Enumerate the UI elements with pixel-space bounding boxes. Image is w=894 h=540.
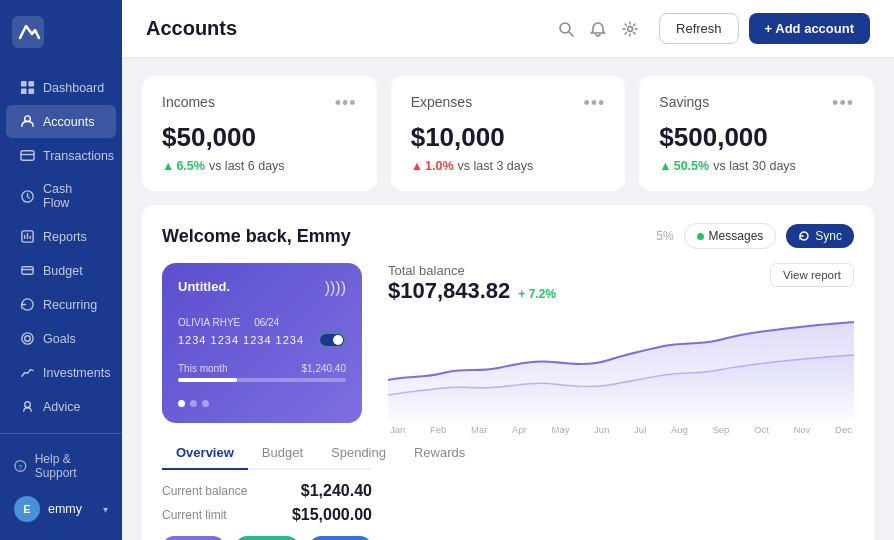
current-balance-value: $1,240.40 <box>301 482 372 500</box>
sidebar-item-goals[interactable]: Goals <box>6 322 116 355</box>
svg-point-5 <box>25 116 31 122</box>
month-nov: Nov <box>793 424 810 435</box>
messages-dot-icon <box>697 233 704 240</box>
panel-header: Welcome back, Emmy 5% Messages Sync <box>162 223 854 249</box>
panel-header-right: 5% Messages Sync <box>656 223 854 249</box>
expenses-change-pct: 1.0% <box>425 159 454 173</box>
sidebar-item-budget[interactable]: Budget <box>6 254 116 287</box>
sidebar-item-dashboard[interactable]: Dashboard <box>6 71 116 104</box>
month-feb: Feb <box>430 424 446 435</box>
sidebar-item-investments[interactable]: Investments <box>6 356 116 389</box>
user-profile-item[interactable]: E emmy ▾ <box>6 488 116 530</box>
card-dot-2[interactable] <box>190 400 197 407</box>
expenses-change: ▲ 1.0% vs last 3 days <box>411 159 606 173</box>
incomes-menu-icon[interactable]: ••• <box>335 94 357 112</box>
card-dot-1[interactable] <box>178 400 185 407</box>
card-pagination <box>178 400 346 407</box>
svg-point-15 <box>22 333 33 344</box>
mini-card-1[interactable]: 🏠 <box>162 536 225 540</box>
credit-card: Untitled. )))) OLIVIA RHYE 06/24 1234 12… <box>162 263 362 423</box>
settings-icon[interactable] <box>621 20 639 38</box>
sync-label: Sync <box>815 229 842 243</box>
sidebar-item-cashflow[interactable]: Cash Flow <box>6 173 116 219</box>
mini-card-2[interactable]: ✦ <box>235 536 298 540</box>
savings-menu-icon[interactable]: ••• <box>832 94 854 112</box>
dashboard-panel: Welcome back, Emmy 5% Messages Sync <box>142 205 874 540</box>
month-sep: Sep <box>712 424 729 435</box>
svg-rect-4 <box>28 88 34 94</box>
sync-icon <box>798 230 810 242</box>
tab-budget[interactable]: Budget <box>248 437 317 470</box>
sidebar-nav: Dashboard Accounts Transactions Cash Flo… <box>0 64 122 433</box>
sidebar-item-recurring[interactable]: Recurring <box>6 288 116 321</box>
help-support-item[interactable]: ? Help & Support <box>6 444 116 488</box>
stats-row: Incomes ••• $50,000 ▲ 6.5% vs last 6 day… <box>142 76 874 191</box>
svg-text:?: ? <box>18 463 22 472</box>
svg-point-16 <box>25 336 31 342</box>
view-report-button[interactable]: View report <box>770 263 854 287</box>
sidebar-item-advice[interactable]: Advice <box>6 390 116 423</box>
savings-change: ▲ 50.5% vs last 30 days <box>659 159 854 173</box>
search-icon[interactable] <box>557 20 575 38</box>
current-balance-label: Current balance <box>162 484 247 498</box>
card-dot-3[interactable] <box>202 400 209 407</box>
card-progress-bar <box>178 378 346 382</box>
card-progress-fill <box>178 378 237 382</box>
svg-rect-1 <box>21 81 27 87</box>
total-balance-label: Total balance <box>388 263 556 278</box>
logo <box>0 0 122 64</box>
welcome-text: Welcome back, Emmy <box>162 226 351 247</box>
page-title: Accounts <box>146 17 237 40</box>
month-may: May <box>552 424 570 435</box>
content-area: Incomes ••• $50,000 ▲ 6.5% vs last 6 day… <box>122 58 894 540</box>
card-name: Untitled. <box>178 279 230 294</box>
card-holder: OLIVIA RHYE 06/24 <box>178 317 346 328</box>
svg-rect-0 <box>12 16 44 48</box>
month-aug: Aug <box>671 424 688 435</box>
savings-card: Savings ••• $500,000 ▲ 50.5% vs last 30 … <box>639 76 874 191</box>
savings-value: $500,000 <box>659 122 854 153</box>
mini-card-3[interactable]: 🔖 <box>309 536 372 540</box>
add-account-button[interactable]: + Add account <box>749 13 870 44</box>
incomes-title: Incomes <box>162 94 215 110</box>
chart-months: Jan Feb Mar Apr May Jun Jul Aug Sep Oct … <box>388 424 854 435</box>
svg-rect-6 <box>21 151 34 160</box>
sidebar-item-reports[interactable]: Reports <box>6 220 116 253</box>
month-dec: Dec <box>835 424 852 435</box>
current-limit-label: Current limit <box>162 508 227 522</box>
sidebar-bottom: ? Help & Support E emmy ▾ <box>0 433 122 540</box>
expenses-period: vs last 3 days <box>458 159 534 173</box>
refresh-button[interactable]: Refresh <box>659 13 739 44</box>
tab-overview[interactable]: Overview <box>162 437 248 470</box>
account-tabs: Overview Budget Spending Rewards <box>162 437 372 470</box>
balance-change: + 7.2% <box>518 287 556 301</box>
svg-rect-2 <box>28 81 34 87</box>
card-month-info: This month $1,240.40 <box>178 363 346 374</box>
balance-chart <box>388 310 854 420</box>
sidebar-item-label: Goals <box>43 332 76 346</box>
expenses-title: Expenses <box>411 94 472 110</box>
mini-cards-row: 🏠 ✦ 🔖 <box>162 536 372 540</box>
savings-title: Savings <box>659 94 709 110</box>
sync-button[interactable]: Sync <box>786 224 854 248</box>
svg-point-17 <box>25 402 31 408</box>
card-toggle[interactable] <box>318 332 346 348</box>
sidebar-item-transactions[interactable]: Transactions <box>6 139 116 172</box>
header-right: Refresh + Add account <box>557 13 870 44</box>
main-content: Accounts Refresh + Add account Incomes •… <box>122 0 894 540</box>
svg-rect-13 <box>22 267 33 275</box>
notification-icon[interactable] <box>589 20 607 38</box>
savings-arrow-icon: ▲ <box>659 159 671 173</box>
month-jan: Jan <box>390 424 405 435</box>
sidebar-item-label: Accounts <box>43 115 94 129</box>
messages-button[interactable]: Messages <box>684 223 777 249</box>
sidebar-item-label: Recurring <box>43 298 97 312</box>
card-wifi-icon: )))) <box>325 279 346 297</box>
sidebar-item-label: Transactions <box>43 149 114 163</box>
expenses-arrow-icon: ▲ <box>411 159 423 173</box>
expenses-value: $10,000 <box>411 122 606 153</box>
incomes-card: Incomes ••• $50,000 ▲ 6.5% vs last 6 day… <box>142 76 377 191</box>
balance-info: Current balance $1,240.40 Current limit … <box>162 482 372 524</box>
sidebar-item-accounts[interactable]: Accounts <box>6 105 116 138</box>
expenses-menu-icon[interactable]: ••• <box>583 94 605 112</box>
